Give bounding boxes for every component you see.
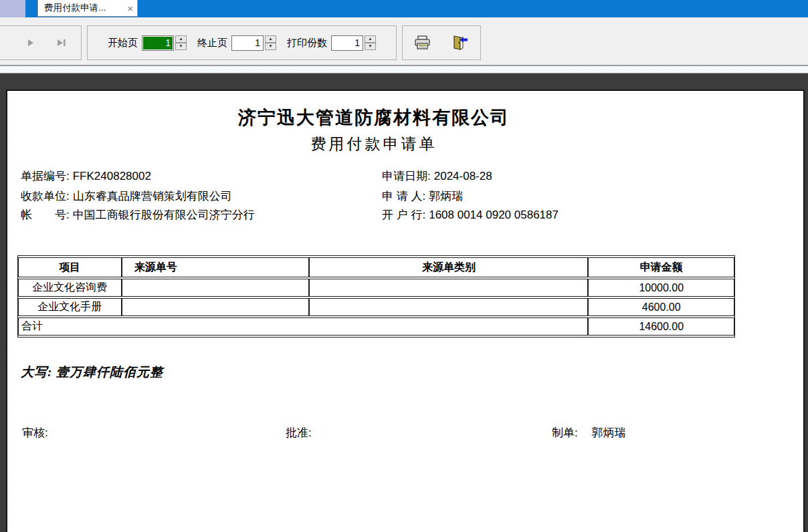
table-row: 企业文化咨询费 10000.00 — [18, 279, 734, 297]
table-header-row: 项目 来源单号 来源单类别 申请金额 — [18, 257, 734, 277]
end-page-spinner: 1 ▲ ▼ — [231, 35, 276, 51]
review-label: 审核: — [22, 426, 48, 439]
tab-title: 费用付款申请... — [44, 2, 124, 14]
document-page: 济宁迅大管道防腐材料有限公司 费用付款申请单 单据编号:FFK240828002… — [6, 90, 805, 532]
items-table: 项目 来源单号 来源单类别 申请金额 企业文化咨询费 10000.00 企业文化… — [17, 255, 735, 338]
tab-bar-left-spacer — [0, 0, 25, 17]
end-page-input[interactable]: 1 — [231, 35, 264, 51]
prepare-label: 制单: — [552, 426, 578, 439]
end-page-spin-buttons: ▲ ▼ — [265, 35, 276, 50]
cell-item: 企业文化手册 — [18, 298, 122, 316]
cell-source-no — [122, 298, 310, 316]
copies-spin-down-icon[interactable]: ▼ — [365, 43, 376, 50]
toolbar-group-actions — [402, 25, 481, 60]
end-page-spin-up-icon[interactable]: ▲ — [265, 35, 276, 43]
header-amount: 申请金额 — [588, 257, 734, 277]
payee-row: 收款单位:山东睿真品牌营销策划有限公司 — [21, 188, 232, 204]
copies-spin-buttons: ▲ ▼ — [365, 35, 376, 50]
tab-close-icon[interactable]: × — [127, 3, 133, 13]
form-title: 费用付款申请单 — [13, 134, 735, 154]
cell-source-type — [309, 279, 588, 297]
total-amount: 14600.00 — [588, 317, 734, 336]
header-source-no: 来源单号 — [122, 257, 310, 277]
header-item: 项目 — [18, 257, 122, 277]
account-row: 帐 号:中国工商银行股份有限公司济宁分行 — [21, 207, 255, 223]
total-label: 合计 — [18, 317, 588, 336]
preparer-name: 郭炳瑞 — [591, 426, 625, 439]
date-label: 申请日期: — [382, 170, 431, 182]
copies-label: 打印份数 — [287, 37, 327, 49]
payee-value: 山东睿真品牌营销策划有限公司 — [73, 190, 232, 203]
toolbar: 开始页 1 ▲ ▼ 终止页 1 ▲ ▼ 打印份数 1 ▲ ▼ — [0, 17, 808, 66]
exit-button[interactable] — [449, 32, 471, 53]
copies-spinner: 1 ▲ ▼ — [331, 35, 376, 51]
amount-in-words: 大写: 壹万肆仟陆佰元整 — [21, 364, 163, 381]
bank-row: 开 户 行:1608 0014 0920 0586187 — [382, 207, 559, 223]
table-total-row: 合计 14600.00 — [18, 317, 734, 336]
last-page-button[interactable] — [56, 37, 68, 48]
approve-label: 批准: — [286, 426, 312, 439]
applicant-value: 郭炳瑞 — [429, 190, 463, 203]
preparer-signature: 制单: 郭炳瑞 — [552, 425, 625, 440]
approve-signature: 批准: — [286, 425, 312, 440]
print-button[interactable] — [412, 32, 433, 53]
applicant-row: 申 请 人:郭炳瑞 — [382, 188, 463, 204]
header-source-type: 来源单类别 — [309, 257, 588, 277]
doc-no-label: 单据编号: — [21, 170, 70, 182]
cell-item: 企业文化咨询费 — [18, 279, 122, 297]
tab-expense-payment[interactable]: 费用付款申请... × — [37, 0, 138, 17]
account-label: 帐 号: — [21, 209, 70, 221]
start-page-spin-up-icon[interactable]: ▲ — [175, 35, 187, 43]
toolbar-bottom-strip — [0, 66, 808, 74]
table-row: 企业文化手册 4600.00 — [18, 298, 734, 316]
bank-value: 1608 0014 0920 0586187 — [429, 209, 559, 221]
start-page-spinner: 1 ▲ ▼ — [142, 35, 187, 51]
start-page-spin-down-icon[interactable]: ▼ — [175, 43, 187, 50]
amount-in-words-value: 壹万肆仟陆佰元整 — [56, 365, 163, 379]
doc-no-value: FFK240828002 — [73, 170, 151, 182]
document-content: 济宁迅大管道防腐材料有限公司 费用付款申请单 单据编号:FFK240828002… — [13, 91, 735, 532]
cell-source-type — [309, 298, 588, 316]
start-page-spin-buttons: ▲ ▼ — [175, 35, 187, 50]
next-page-icon — [26, 38, 35, 47]
account-value: 中国工商银行股份有限公司济宁分行 — [73, 209, 255, 221]
cell-source-no — [122, 279, 310, 297]
payee-label: 收款单位: — [21, 190, 70, 203]
cell-amount: 4600.00 — [588, 298, 734, 316]
toolbar-group-page-settings: 开始页 1 ▲ ▼ 终止页 1 ▲ ▼ 打印份数 1 ▲ ▼ — [87, 25, 397, 60]
tab-bar: 费用付款申请... × — [0, 0, 808, 17]
last-page-icon — [56, 38, 67, 47]
print-preview-area: 济宁迅大管道防腐材料有限公司 费用付款申请单 单据编号:FFK240828002… — [0, 74, 808, 532]
copies-input[interactable]: 1 — [331, 35, 363, 51]
printer-icon — [414, 35, 431, 51]
doc-no-row: 单据编号:FFK240828002 — [21, 168, 151, 184]
applicant-label: 申 请 人: — [382, 190, 425, 203]
toolbar-group-navigation — [0, 25, 82, 60]
exit-door-icon — [451, 35, 469, 51]
bank-label: 开 户 行: — [382, 209, 425, 221]
start-page-label: 开始页 — [108, 37, 138, 49]
cell-amount: 10000.00 — [588, 279, 734, 297]
next-page-button[interactable] — [25, 37, 37, 48]
end-page-spin-down-icon[interactable]: ▼ — [265, 43, 276, 50]
copies-spin-up-icon[interactable]: ▲ — [365, 35, 376, 43]
date-value: 2024-08-28 — [434, 170, 492, 182]
start-page-input[interactable]: 1 — [142, 35, 174, 51]
company-name: 济宁迅大管道防腐材料有限公司 — [13, 106, 735, 130]
amount-in-words-label: 大写: — [21, 365, 52, 379]
review-signature: 审核: — [22, 425, 48, 440]
end-page-label: 终止页 — [197, 37, 227, 49]
date-row: 申请日期:2024-08-28 — [382, 168, 492, 184]
